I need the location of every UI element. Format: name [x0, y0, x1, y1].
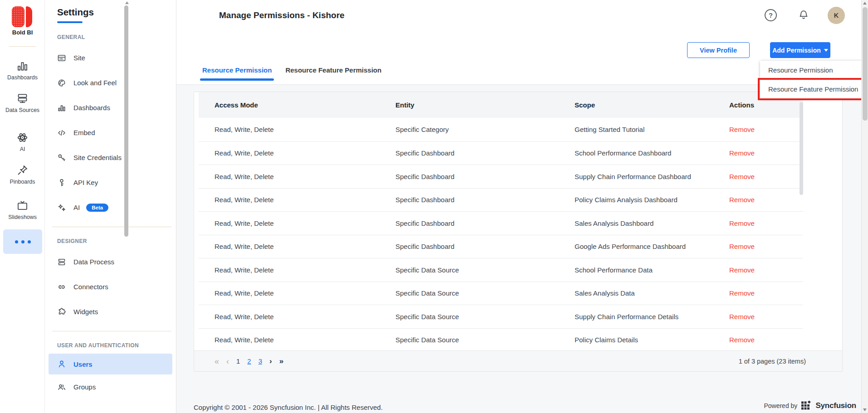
sidebar-scrollbar-thumb[interactable]: [124, 5, 128, 237]
section-label-user-and-authentication: USER AND AUTHENTICATION: [57, 342, 176, 349]
chevron-down-icon: [824, 49, 828, 52]
pager-page-2[interactable]: 2: [247, 357, 251, 365]
sidebar-item-label: Data Process: [73, 258, 114, 266]
scrollbar-down-arrow[interactable]: [863, 408, 867, 411]
sidebar-item-label: Site: [73, 54, 85, 62]
section-divider: [52, 331, 171, 331]
sidebar-item-label: AI: [73, 204, 80, 211]
view-profile-button[interactable]: View Profile: [687, 42, 750, 58]
scrollbar-up-arrow[interactable]: [863, 2, 867, 5]
table-row: Read, Write, Delete Specific Dashboard S…: [199, 211, 803, 235]
tab-resource-feature-permission[interactable]: Resource Feature Permission: [285, 66, 381, 81]
site-icon: URL: [57, 53, 66, 63]
sidebar-item-site[interactable]: URL Site: [45, 45, 176, 70]
nav-slideshows[interactable]: Slideshows: [0, 199, 45, 220]
sidebar-item-ai[interactable]: AI Beta: [45, 195, 176, 220]
table-header-row: Access Mode Entity Scope Actions: [199, 92, 803, 118]
pager-last-button[interactable]: »: [279, 357, 283, 365]
add-permission-button[interactable]: Add Permission: [770, 42, 830, 58]
sidebar-item-users[interactable]: Users: [49, 354, 172, 374]
menu-item-resource-feature-permission[interactable]: Resource Feature Permission: [760, 80, 863, 99]
sidebar-item-site-credentials[interactable]: Site Credentials: [45, 145, 176, 170]
cell-scope: Policy Claims Details: [575, 336, 729, 344]
cell-actions: Remove: [729, 266, 803, 274]
pager-next-button[interactable]: ›: [269, 357, 272, 365]
column-header-actions: Actions: [729, 101, 803, 109]
cell-entity: Specific Data Source: [395, 289, 575, 297]
remove-link[interactable]: Remove: [729, 149, 755, 157]
table-scrollbar-thumb[interactable]: [800, 102, 803, 195]
nav-label: AI: [20, 146, 25, 152]
add-permission-menu: Resource PermissionResource Feature Perm…: [760, 61, 863, 99]
remove-link[interactable]: Remove: [729, 266, 755, 274]
cell-entity: Specific Dashboard: [395, 149, 575, 157]
sidebar-item-connectors[interactable]: Connectors: [45, 274, 176, 299]
nav-label: Slideshows: [8, 214, 37, 220]
cell-scope: School Performance Dashboard: [575, 149, 729, 157]
tab-resource-permission[interactable]: Resource Permission: [202, 66, 272, 81]
help-icon[interactable]: ?: [765, 9, 777, 21]
pager-first-button[interactable]: «: [215, 357, 219, 365]
remove-link[interactable]: Remove: [729, 243, 755, 250]
remove-link[interactable]: Remove: [729, 196, 755, 204]
sidebar-item-label: API Key: [73, 179, 98, 186]
cell-access-mode: Read, Write, Delete: [215, 243, 395, 250]
cell-scope: Sales Analysis Dashboard: [575, 219, 729, 227]
nav-dashboards[interactable]: Dashboards: [0, 60, 45, 81]
tab-label: Resource Permission: [202, 66, 272, 74]
dashboards-icon: [16, 60, 29, 72]
menu-item-resource-permission[interactable]: Resource Permission: [760, 61, 863, 80]
api-key-icon: [57, 178, 66, 187]
sidebar-item-data-process[interactable]: Data Process: [45, 249, 176, 274]
pinboards-icon: [16, 164, 29, 176]
scrollbar-thumb[interactable]: [863, 7, 868, 121]
sidebar-item-look-and-feel[interactable]: Look and Feel: [45, 70, 176, 95]
tab-label: Resource Feature Permission: [285, 66, 381, 74]
section-label-designer: DESIGNER: [57, 238, 176, 244]
sidebar-item-embed[interactable]: Embed: [45, 120, 176, 145]
sidebar-scroll-up-arrow[interactable]: [125, 1, 129, 4]
sidebar-item-widgets[interactable]: Widgets: [45, 299, 176, 324]
permissions-card: Access Mode Entity Scope Actions Read, W…: [194, 92, 843, 372]
notifications-bell-icon[interactable]: [798, 9, 809, 21]
nav-label: Data Sources: [5, 107, 39, 113]
cell-actions: Remove: [729, 126, 803, 133]
nav-data-sources[interactable]: Data Sources: [0, 92, 45, 113]
cell-entity: Specific Dashboard: [395, 196, 575, 204]
nav-pinboards[interactable]: Pinboards: [0, 164, 45, 185]
cell-access-mode: Read, Write, Delete: [215, 173, 395, 180]
sidebar-title: Settings: [45, 0, 176, 18]
palette-icon: [57, 78, 66, 87]
boldbi-logo-icon[interactable]: [12, 6, 33, 27]
user-avatar[interactable]: K: [828, 7, 845, 24]
column-header-scope: Scope: [575, 101, 729, 109]
group-icon: [57, 383, 66, 392]
section-divider: [52, 227, 171, 227]
more-button[interactable]: [3, 229, 42, 254]
permissions-table: Access Mode Entity Scope Actions Read, W…: [199, 92, 803, 351]
remove-link[interactable]: Remove: [729, 336, 755, 344]
sidebar-item-api-key[interactable]: API Key: [45, 170, 176, 195]
remove-link[interactable]: Remove: [729, 126, 755, 133]
data-process-icon: [57, 258, 66, 267]
sidebar-item-label: Widgets: [73, 308, 98, 316]
pager-page-3[interactable]: 3: [258, 357, 262, 365]
remove-link[interactable]: Remove: [729, 289, 755, 297]
pager-prev-button[interactable]: ‹: [226, 357, 229, 365]
sidebar-item-groups[interactable]: Groups: [45, 374, 176, 399]
table-row: Read, Write, Delete Specific Data Source…: [199, 258, 803, 282]
pagination-summary: 1 of 3 pages (23 items): [739, 358, 806, 365]
rail-divider: [9, 46, 36, 47]
nav-label: Pinboards: [10, 179, 35, 185]
remove-link[interactable]: Remove: [729, 313, 755, 321]
table-row: Read, Write, Delete Specific Dashboard S…: [199, 141, 803, 165]
cell-access-mode: Read, Write, Delete: [215, 219, 395, 227]
remove-link[interactable]: Remove: [729, 173, 755, 180]
remove-link[interactable]: Remove: [729, 219, 755, 227]
pager-page-1[interactable]: 1: [236, 357, 240, 365]
sidebar-item-dashboards[interactable]: Dashboards: [45, 95, 176, 120]
ai-atom-icon: [16, 131, 29, 144]
nav-ai[interactable]: AI: [0, 131, 45, 152]
more-dot: [28, 240, 31, 243]
window-scrollbar[interactable]: [861, 0, 868, 413]
